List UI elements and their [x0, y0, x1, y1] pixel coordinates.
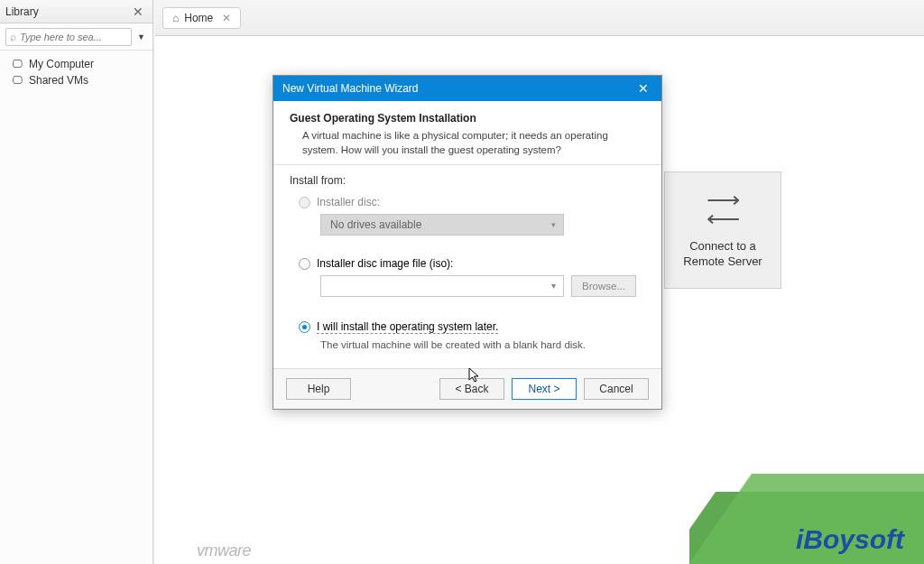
sidebar-item-shared-vms[interactable]: 🖵 Shared VMs: [4, 72, 149, 88]
sidebar-item-label: Shared VMs: [29, 74, 88, 87]
close-icon[interactable]: ✕: [634, 81, 652, 96]
help-button[interactable]: Help: [286, 378, 351, 400]
radio-iso-file[interactable]: Installer disc image file (iso):: [299, 257, 645, 270]
search-input[interactable]: [20, 32, 127, 42]
connect-remote-card[interactable]: ⟶ ⟵ Connect to a Remote Server: [664, 171, 781, 289]
iso-row: Browse...: [320, 275, 645, 297]
wizard-hint: The virtual machine will be created with…: [320, 339, 645, 350]
drive-select-text: No drives available: [330, 218, 421, 231]
radio-install-later[interactable]: I will install the operating system late…: [299, 320, 645, 334]
wizard-heading: Guest Operating System Installation: [290, 112, 645, 125]
close-icon[interactable]: ✕: [222, 12, 231, 24]
library-title: Library: [5, 5, 39, 18]
library-sidebar: Library ✕ ⌕ ▼ 🖵 My Computer 🖵 Shared VMs: [0, 0, 153, 564]
monitor-icon: 🖵: [11, 58, 23, 70]
install-from-label: Install from:: [290, 174, 645, 187]
radio-label: Installer disc:: [317, 196, 380, 208]
library-search-row: ⌕ ▼: [0, 23, 152, 51]
sidebar-item-my-computer[interactable]: 🖵 My Computer: [4, 56, 149, 72]
cancel-button[interactable]: Cancel: [584, 378, 649, 400]
wizard-titlebar[interactable]: New Virtual Machine Wizard ✕: [273, 76, 661, 101]
search-icon: ⌕: [10, 31, 16, 43]
drive-select[interactable]: No drives available: [320, 214, 564, 236]
radio-icon: [299, 258, 310, 270]
search-input-wrap[interactable]: ⌕: [5, 28, 132, 46]
sidebar-item-label: My Computer: [29, 58, 94, 70]
wizard-body: Guest Operating System Installation A vi…: [273, 101, 661, 368]
divider: [273, 164, 661, 165]
next-button[interactable]: Next >: [512, 378, 577, 400]
swap-arrows-icon: ⟶ ⟵: [707, 190, 740, 228]
tab-bar: ⌂ Home ✕: [155, 0, 924, 36]
tab-home[interactable]: ⌂ Home ✕: [162, 7, 241, 29]
wizard-title: New Virtual Machine Wizard: [282, 82, 419, 95]
close-icon[interactable]: ✕: [129, 5, 147, 19]
wizard-footer: Help < Back Next > Cancel: [273, 368, 661, 409]
back-button[interactable]: < Back: [439, 378, 504, 400]
library-header: Library ✕: [0, 0, 152, 23]
radio-label: I will install the operating system late…: [317, 320, 498, 334]
radio-icon: [299, 197, 310, 208]
iso-path-input[interactable]: [320, 275, 564, 297]
radio-installer-disc[interactable]: Installer disc:: [299, 196, 645, 208]
home-icon: ⌂: [172, 12, 179, 24]
wizard-subheading: A virtual machine is like a physical com…: [290, 128, 645, 157]
radio-icon: [299, 321, 310, 333]
connect-card-label: Connect to a Remote Server: [683, 239, 762, 270]
chevron-down-icon[interactable]: ▼: [135, 32, 147, 42]
vmware-logo: vmware: [197, 541, 251, 560]
tab-label: Home: [184, 12, 213, 24]
monitor-icon: 🖵: [11, 74, 23, 87]
browse-button[interactable]: Browse...: [571, 275, 636, 297]
library-tree: 🖵 My Computer 🖵 Shared VMs: [0, 51, 152, 94]
new-vm-wizard: New Virtual Machine Wizard ✕ Guest Opera…: [273, 75, 662, 410]
radio-label: Installer disc image file (iso):: [317, 257, 453, 270]
iboysoft-logo: iBoysoft: [796, 524, 904, 555]
